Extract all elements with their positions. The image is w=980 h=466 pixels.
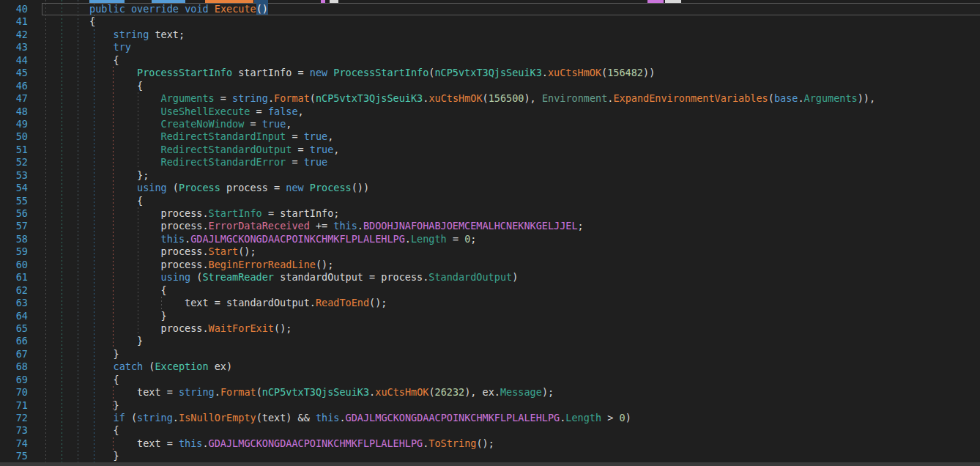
code-text: } <box>42 310 167 322</box>
code-text: RedirectStandardOutput = true, <box>42 144 339 155</box>
line-number: 64 <box>0 310 28 322</box>
code-text: process.WaitForExit(); <box>42 322 292 334</box>
code-line[interactable]: 61 using (StreamReader standardOutput = … <box>0 271 980 284</box>
horizontal-scrollbar[interactable] <box>0 462 980 466</box>
code-text: string text; <box>42 29 185 40</box>
code-text: process.Start(); <box>42 245 256 257</box>
code-line[interactable]: 52 RedirectStandardError = true <box>0 156 980 169</box>
code-text: } <box>42 335 143 347</box>
code-line[interactable]: 40 public override void Execute() <box>0 3 980 15</box>
code-line[interactable]: 73 { <box>0 424 980 437</box>
code-line[interactable]: 48 UseShellExecute = false, <box>0 106 980 118</box>
line-number: 51 <box>0 144 28 156</box>
code-text: }; <box>42 169 149 181</box>
code-line[interactable]: 72 if (string.IsNullOrEmpty(text) && thi… <box>0 412 980 424</box>
code-text: { <box>42 374 119 385</box>
code-text: { <box>42 54 119 66</box>
code-lines: 40 public override void Execute()41 {42 … <box>0 3 980 463</box>
code-line[interactable]: 70 text = string.Format(nCP5vtxT3QjsSeui… <box>0 386 980 399</box>
line-number: 43 <box>0 41 28 53</box>
line-number: 60 <box>0 259 28 271</box>
line-number: 57 <box>0 220 28 232</box>
code-line[interactable]: 43 try <box>0 41 980 53</box>
line-number: 56 <box>0 207 28 220</box>
code-text: } <box>42 348 119 360</box>
code-line[interactable]: 42 string text; <box>0 29 980 41</box>
code-text: text = this.GDAJLMGCKONGDAACPOINKCHMKFLP… <box>42 437 494 449</box>
line-number: 65 <box>0 322 28 335</box>
code-text: { <box>42 195 143 207</box>
code-text: catch (Exception ex) <box>42 360 232 372</box>
line-number: 59 <box>0 245 28 258</box>
code-line[interactable]: 47 Arguments = string.Format(nCP5vtxT3Qj… <box>0 92 980 105</box>
app-window: { "editor": { "current_line": 40, "selec… <box>0 0 980 466</box>
code-line[interactable]: 75 } <box>0 450 980 462</box>
code-text: RedirectStandardError = true <box>42 156 327 168</box>
code-line[interactable]: 63 text = standardOutput.ReadToEnd(); <box>0 297 980 309</box>
line-number: 71 <box>0 399 28 412</box>
code-text: text = standardOutput.ReadToEnd(); <box>42 297 387 308</box>
line-number: 44 <box>0 54 28 67</box>
line-number: 42 <box>0 29 28 41</box>
line-number: 52 <box>0 156 28 169</box>
code-text: public override void Execute() <box>42 3 268 15</box>
code-text: process.StartInfo = startInfo; <box>42 207 339 219</box>
line-number: 72 <box>0 412 28 424</box>
code-line[interactable]: 46 { <box>0 80 980 92</box>
code-line[interactable]: 55 { <box>0 195 980 207</box>
code-line[interactable]: 67 } <box>0 348 980 360</box>
code-line[interactable]: 66 } <box>0 335 980 347</box>
line-number: 47 <box>0 92 28 105</box>
line-number: 40 <box>0 3 28 15</box>
code-text: { <box>42 424 119 436</box>
line-number: 49 <box>0 118 28 130</box>
code-text: process.ErrorDataReceived += this.BDOOHJ… <box>42 220 584 232</box>
code-text: using (Process process = new Process()) <box>42 182 369 193</box>
line-number: 48 <box>0 106 28 118</box>
code-text: text = string.Format(nCP5vtxT3QjsSeuiK3.… <box>42 386 554 398</box>
code-text: this.GDAJLMGCKONGDAACPOINKCHMKFLPLALEHLP… <box>42 233 476 245</box>
code-text: { <box>42 15 95 27</box>
code-line[interactable]: 44 { <box>0 54 980 67</box>
code-text: CreateNoWindow = true, <box>42 118 292 130</box>
code-text: ProcessStartInfo startInfo = new Process… <box>42 67 655 78</box>
line-number: 61 <box>0 271 28 284</box>
code-line[interactable]: 60 process.BeginErrorReadLine(); <box>0 259 980 271</box>
code-line[interactable]: 69 { <box>0 374 980 386</box>
code-line[interactable]: 49 CreateNoWindow = true, <box>0 118 980 130</box>
line-number: 75 <box>0 450 28 462</box>
code-line[interactable]: 62 { <box>0 284 980 297</box>
code-line[interactable]: 50 RedirectStandardInput = true, <box>0 130 980 143</box>
code-line[interactable]: 57 process.ErrorDataReceived += this.BDO… <box>0 220 980 232</box>
code-text: using (StreamReader standardOutput = pro… <box>42 271 518 283</box>
code-line[interactable]: 56 process.StartInfo = startInfo; <box>0 207 980 220</box>
code-line[interactable]: 54 using (Process process = new Process(… <box>0 182 980 194</box>
code-line[interactable]: 58 this.GDAJLMGCKONGDAACPOINKCHMKFLPLALE… <box>0 233 980 245</box>
code-text: if (string.IsNullOrEmpty(text) && this.G… <box>42 412 631 424</box>
line-number: 63 <box>0 297 28 309</box>
code-line[interactable]: 74 text = this.GDAJLMGCKONGDAACPOINKCHMK… <box>0 437 980 450</box>
line-number: 67 <box>0 348 28 360</box>
code-line[interactable]: 41 { <box>0 15 980 28</box>
code-line[interactable]: 53 }; <box>0 169 980 182</box>
line-number: 41 <box>0 15 28 28</box>
code-text: } <box>42 450 119 462</box>
code-line[interactable]: 65 process.WaitForExit(); <box>0 322 980 335</box>
line-number: 53 <box>0 169 28 182</box>
line-number: 58 <box>0 233 28 245</box>
line-number: 46 <box>0 80 28 92</box>
line-number: 74 <box>0 437 28 450</box>
code-line[interactable]: 45 ProcessStartInfo startInfo = new Proc… <box>0 67 980 79</box>
code-text: process.BeginErrorReadLine(); <box>42 259 333 270</box>
code-line[interactable]: 59 process.Start(); <box>0 245 980 258</box>
line-number: 55 <box>0 195 28 207</box>
line-number: 54 <box>0 182 28 194</box>
code-line[interactable]: 64 } <box>0 310 980 322</box>
code-editor[interactable]: 40 public override void Execute()41 {42 … <box>0 0 980 466</box>
code-text: try <box>42 41 131 53</box>
line-number: 68 <box>0 360 28 373</box>
line-number: 62 <box>0 284 28 297</box>
code-line[interactable]: 51 RedirectStandardOutput = true, <box>0 144 980 156</box>
code-line[interactable]: 68 catch (Exception ex) <box>0 360 980 373</box>
code-line[interactable]: 71 } <box>0 399 980 412</box>
